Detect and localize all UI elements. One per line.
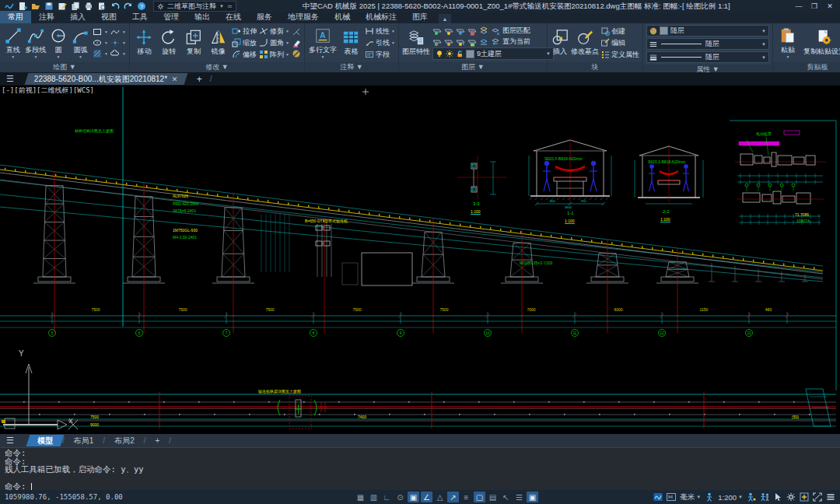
menu-tab-8[interactable]: 服务 xyxy=(249,11,280,23)
open-file-icon[interactable] xyxy=(31,2,40,11)
layer-isolate-icon[interactable] xyxy=(479,26,488,36)
layer-lock-icon[interactable] xyxy=(467,26,477,36)
minimize-button[interactable]: — xyxy=(792,2,806,11)
menu-tab-1[interactable]: 注释 xyxy=(31,11,62,23)
table-button[interactable]: 表格 xyxy=(340,25,362,61)
ellipse-icon[interactable] xyxy=(93,38,102,47)
add-layout-button[interactable]: + xyxy=(145,435,169,446)
auto-scale-icon[interactable] xyxy=(760,492,769,502)
ribbon-collapse-icon[interactable]: ▲ xyxy=(439,14,451,23)
ui-config-icon[interactable]: ☰ xyxy=(513,492,525,502)
document-tab[interactable]: 22388-5620-B00...机安装图20210812* ✕ xyxy=(25,73,188,85)
fullscreen-icon[interactable] xyxy=(813,492,822,502)
viewport-controls[interactable]: [-][前视][二维线框][WCS] xyxy=(2,86,94,96)
menu-tab-10[interactable]: 机械 xyxy=(327,11,358,23)
layer-walk-icon[interactable] xyxy=(479,37,488,47)
polyline-button[interactable]: 多段线▼ xyxy=(25,25,46,61)
panel-title-layers[interactable]: 图层 ▼ xyxy=(399,62,547,72)
tab-model[interactable]: 模型 xyxy=(26,435,65,446)
menu-tab-4[interactable]: 工具 xyxy=(124,11,156,23)
status-menu-icon[interactable] xyxy=(826,492,835,502)
layer-on-icon[interactable] xyxy=(432,26,442,36)
layer-off-icon[interactable] xyxy=(432,37,442,47)
close-button[interactable]: ✕ xyxy=(823,2,837,11)
insert-block-button[interactable]: 插入 xyxy=(551,25,569,61)
add-status-icon[interactable] xyxy=(800,492,809,502)
drawing-canvas[interactable]: [-][前视][二维线框][WCS] 750075007500750075007… xyxy=(0,86,840,434)
move-button[interactable]: 移动 xyxy=(133,25,156,61)
snap-icon[interactable]: ▥ xyxy=(368,492,380,502)
command-prompt[interactable]: 命令: xyxy=(5,482,840,491)
leader-button[interactable]: 引线▼ xyxy=(365,38,395,48)
esnap-icon[interactable]: ▣ xyxy=(408,492,419,502)
annotation-icon[interactable]: △ xyxy=(434,492,446,502)
explode-button[interactable] xyxy=(292,27,301,37)
workspace-selector[interactable]: 二维草图与注释 ▼ ≂ xyxy=(153,1,236,12)
annotation-scale-selector[interactable]: 1:200▼ xyxy=(718,493,743,502)
close-tab-icon[interactable]: ✕ xyxy=(172,75,178,83)
units-selector[interactable]: 毫米▼ xyxy=(680,492,701,502)
layer-unlock-icon[interactable] xyxy=(467,37,477,47)
layer-snow-icon[interactable] xyxy=(456,37,465,47)
units-badge-icon[interactable] xyxy=(667,492,676,502)
mtext-button[interactable]: A 多行文字▼ xyxy=(308,25,338,61)
tab-layout1[interactable]: 布局1 xyxy=(65,435,103,446)
join-button[interactable] xyxy=(292,49,301,58)
stretch-button[interactable]: 拉伸 xyxy=(232,26,257,37)
panel-title-clipboard[interactable]: 剪贴板 xyxy=(773,62,840,72)
trim-button[interactable]: 修剪▼ xyxy=(259,26,289,37)
arc-button[interactable]: 圆弧▼ xyxy=(71,25,90,61)
point-icon[interactable] xyxy=(110,38,120,47)
define-attribute-button[interactable]: 定义属性 xyxy=(600,50,639,60)
array-button[interactable]: 阵列▼ xyxy=(259,50,289,60)
layer-unisolate-icon[interactable] xyxy=(491,26,500,36)
menu-tab-0[interactable]: 常用 xyxy=(0,11,31,23)
paste-button[interactable]: 粘贴▼ xyxy=(776,25,800,61)
gear-icon[interactable] xyxy=(786,492,796,502)
preview-icon[interactable] xyxy=(97,2,107,11)
tab-layout2[interactable]: 布局2 xyxy=(105,435,144,446)
save-as-icon[interactable] xyxy=(58,2,67,11)
layer-prev-icon[interactable] xyxy=(491,37,500,47)
annotation-visibility-icon[interactable] xyxy=(747,492,756,502)
hatch-icon[interactable] xyxy=(93,49,102,58)
layer-freeze-icon[interactable] xyxy=(444,26,453,36)
menu-tab-3[interactable]: 视图 xyxy=(93,11,124,23)
copy-object-button[interactable]: 复制 xyxy=(183,25,205,61)
revcloud-icon[interactable] xyxy=(110,49,120,58)
save-file-icon[interactable] xyxy=(44,2,54,11)
doc-menu-icon[interactable]: ☰ xyxy=(0,74,20,84)
layer-set-current-button[interactable]: 置为当前 xyxy=(502,37,530,47)
polar-icon[interactable]: ⊙ xyxy=(394,492,406,502)
panel-title-annotate[interactable]: 注释 ▼ xyxy=(305,62,398,72)
line-button[interactable]: 直线▼ xyxy=(3,25,23,61)
layer-thaw-icon[interactable] xyxy=(456,26,465,36)
command-window[interactable]: 命令: 命令: 贱人工具箱已加载，启动命令: y、yy 命令: xyxy=(0,447,840,490)
linetype-control[interactable]: 随层 ▼ xyxy=(646,38,769,50)
panel-title-modify[interactable]: 修改 ▼ xyxy=(130,62,304,72)
layer-dropdown[interactable]: 9土建层 ▼ xyxy=(432,47,554,60)
panel-title-draw[interactable]: 绘图 ▼ xyxy=(0,62,129,72)
linear-dim-button[interactable]: 线性▼ xyxy=(365,26,395,37)
new-tab-button[interactable]: + xyxy=(197,74,202,85)
undo-icon[interactable] xyxy=(110,2,120,11)
create-block-button[interactable]: 创建 xyxy=(600,26,639,37)
edit-basepoint-button[interactable]: 修改基点 xyxy=(572,25,598,61)
cycle-icon[interactable]: ↖ xyxy=(500,492,512,502)
lineweight-icon[interactable]: ≡ xyxy=(460,492,472,502)
layer-match-button[interactable]: 图层匹配 xyxy=(502,26,530,36)
panel-title-block[interactable]: 块 xyxy=(548,62,642,72)
dyninput-icon[interactable]: ▣ xyxy=(527,492,538,502)
menu-tab-11[interactable]: 机械标注 xyxy=(358,11,404,23)
color-control[interactable]: 随层 ▼ xyxy=(646,25,769,37)
maximize-button[interactable]: ❐ xyxy=(807,2,821,11)
quickprop-icon[interactable]: ▢ xyxy=(474,492,485,502)
circle-button[interactable]: 圆▼ xyxy=(48,25,68,61)
spline-icon[interactable] xyxy=(110,27,120,37)
selection-cursor-icon[interactable] xyxy=(773,492,782,502)
scale-button[interactable]: 缩放 xyxy=(232,38,257,48)
menu-tab-12[interactable]: 图库 xyxy=(404,11,436,23)
properties-icon[interactable]: ▤ xyxy=(487,492,499,502)
menu-tab-5[interactable]: 管理 xyxy=(156,11,187,23)
ortho-icon[interactable]: ∟ xyxy=(381,492,393,502)
